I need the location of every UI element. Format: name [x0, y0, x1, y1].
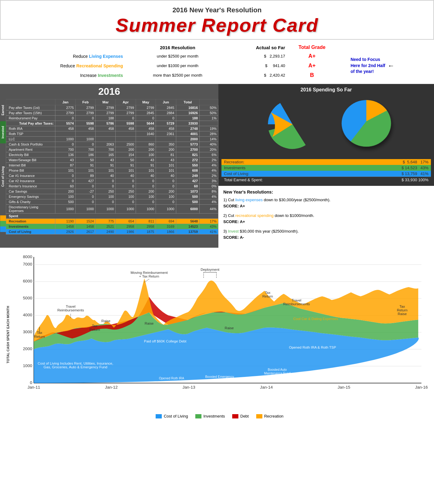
- chart-section: TOTAL CASH SPENT EACH MONTH 0 1000 2000 …: [0, 248, 434, 425]
- svg-text:Return: Return: [34, 335, 45, 338]
- table-row: Discretionary Living Expenses 1000 1000 …: [6, 205, 218, 214]
- cell: 2775: [55, 105, 75, 110]
- col-header-actual: Actual so Far: [229, 43, 289, 51]
- resolutions-title: New Year's Resolutions:: [223, 190, 429, 194]
- svg-text:5000: 5000: [23, 296, 32, 300]
- cat-earned: Earned: [0, 99, 6, 121]
- svg-text:Jan-11: Jan-11: [27, 385, 40, 390]
- annotation-tax-return-2: Tax: [92, 324, 98, 328]
- summary-table: 2016 Resolution Actual so Far Total Grad…: [6, 43, 428, 80]
- cat-spent-col-label: [0, 226, 6, 232]
- resolution-1: 1) Cut living expenses down to $30,000/y…: [223, 197, 429, 209]
- chart-container: TOTAL CASH SPENT EACH MONTH 0 1000 2000 …: [6, 251, 428, 418]
- investments-actual: $ 2,420.42: [229, 70, 289, 80]
- svg-text:Maintenance Fund: Maintenance Fund: [264, 372, 290, 375]
- table-row: Cash & Stock Portfolio 0 0 2063 2500 860…: [6, 142, 218, 147]
- pie-visual-circle: [339, 100, 393, 147]
- legend-inv-color: [195, 414, 201, 418]
- cat-invested: Invested: [0, 121, 6, 143]
- table-row-costliving-spent: Cost of Living 2926 2617 2490 1986 1875 …: [6, 229, 218, 234]
- svg-text:Raise: Raise: [398, 312, 407, 316]
- annotation-tax-return-3: Tax: [265, 291, 270, 294]
- svg-text:Gas, Groceries, Auto & Emergen: Gas, Groceries, Auto & Emergency Fund: [44, 365, 107, 369]
- annotation-tax-return-end: Tax: [400, 305, 405, 308]
- table-row: Car Savings 200 -27 250 250 200 200 1073…: [6, 189, 218, 194]
- recreation-actual: $ 941.40: [229, 61, 289, 70]
- living-resolution: under $2500 per month: [127, 51, 229, 61]
- legend-rec-label: Recreation: [264, 414, 284, 418]
- table-row: Roth TSP 1640 2361 4001 28%: [6, 131, 218, 137]
- page-header: 2016 New Year's Resolution Summer Report…: [0, 0, 434, 40]
- res3-score: SCORE: A-: [223, 235, 244, 240]
- investments-label: Investments: [98, 73, 123, 78]
- col-pct-header: [200, 99, 218, 105]
- focus-note: Need to FocusHere for 2nd Halfof the yea…: [341, 57, 385, 75]
- table-row: LLC 1000 1000 2000 14%: [6, 137, 218, 142]
- res1-colored-word: living expenses: [235, 198, 263, 202]
- recreational-spending-label: Recreational Spending: [76, 63, 123, 68]
- legend-item-debt: Debt: [232, 414, 249, 418]
- svg-text:Jan-13: Jan-13: [182, 385, 195, 390]
- res2-score: SCORE: A+: [223, 219, 245, 224]
- table-header-row: Jan Feb Mar Apr May Jun Total: [6, 99, 218, 105]
- table-row-investments-spent: Investments 1458 1458 2521 2958 2958 316…: [6, 224, 218, 229]
- annotation-roth-tsp: Opened Roth IRA & Roth TSP: [289, 346, 336, 349]
- table-row: Electricity Bill 136 186 165 154 100 81 …: [6, 152, 218, 158]
- col-header-grade: Total Grade: [289, 43, 335, 51]
- summary-section: 2016 Resolution Actual so Far Total Grad…: [0, 40, 434, 84]
- cat-spent-inv-label: [0, 221, 6, 226]
- svg-text:Fund: Fund: [216, 378, 223, 382]
- header-title: Summer Report Card: [1, 14, 433, 36]
- svg-text:Jan-12: Jan-12: [105, 385, 117, 390]
- annotation-raise-1: Raise: [102, 319, 110, 323]
- annotation-boosted-emerg: Boosted Emergency: [205, 375, 234, 378]
- data-section: 2016 Earned Invested Cost of Living: [0, 84, 218, 248]
- chart-svg: 0 1000 2000 3000 4000 5000 6000 7000 800…: [11, 251, 428, 411]
- right-panel: 2016 Spending So Far: [218, 84, 434, 248]
- cat-spent-rec-label: [0, 215, 6, 221]
- svg-text:3000: 3000: [23, 330, 32, 334]
- annotation-deployment: Deployment: [201, 268, 220, 271]
- col-feb-header: Feb: [75, 99, 95, 105]
- cat-spent-label: [0, 210, 6, 215]
- recreation-resolution: under $1000 per month: [127, 61, 229, 70]
- legend-total: Total Earned & Spent: $ 33,930 100%: [221, 177, 431, 183]
- header-subtitle: 2016 New Year's Resolution: [1, 6, 433, 14]
- category-labels: Earned Invested Cost of Living: [0, 99, 6, 234]
- annotation-opened-roth: Opened Roth IRA: [159, 377, 184, 380]
- legend-debt-label: Debt: [240, 414, 249, 418]
- table-row: Renter's Insurance 60 0 0 0 0 0 60 0%: [6, 184, 218, 189]
- col-header-resolution: 2016 Resolution: [127, 43, 229, 51]
- pie-chart-svg: [253, 95, 332, 157]
- table-row: Phone Bill 101 101 101 101 101 101 608 4…: [6, 168, 218, 173]
- annotation-paid-debt: Paid off $60K College Debt: [144, 339, 187, 343]
- legend-item-rec: Recreation: [256, 414, 284, 418]
- res2-colored-word: recreational spending: [235, 213, 273, 218]
- x-axis-labels: Jan-11 Jan-12 Jan-13 Jan-14 Jan-15 Jan-1…: [27, 385, 428, 390]
- svg-text:8000: 8000: [23, 254, 32, 259]
- arrow-icon: ←: [388, 62, 394, 70]
- annotation-raise-3: Raise: [225, 326, 234, 330]
- svg-text:6000: 6000: [23, 279, 32, 283]
- svg-text:0: 0: [30, 380, 32, 385]
- annotation-travel-reimb: Travel: [66, 305, 75, 308]
- legend-col-color: [156, 414, 162, 418]
- legend-debt-color: [232, 414, 238, 418]
- col-mar-header: Mar: [96, 99, 116, 105]
- legend-investments: Investments $ 14,523 43%: [221, 165, 431, 171]
- summary-row-living: Reduce Living Expenses under $2500 per m…: [6, 51, 428, 61]
- legend-costliving: Cost of Living: $ 13,759 41%: [221, 171, 431, 177]
- table-row: Pay after Taxes (1st) 2775 2799 2799 279…: [6, 105, 218, 110]
- annotation-boosted-auto: Boosted Auto: [268, 368, 287, 371]
- annotation-travel-reimb-2: Travel: [292, 298, 301, 302]
- svg-text:Return: Return: [262, 294, 273, 298]
- svg-text:1000: 1000: [23, 363, 32, 368]
- col-jun-header: Jun: [156, 99, 176, 105]
- chart-plot-area: 0 1000 2000 3000 4000 5000 6000 7000 800…: [11, 251, 428, 418]
- svg-text:Reimbursements: Reimbursements: [57, 308, 84, 312]
- chart-legend: Cost of Living Investments Debt Recreati…: [11, 414, 428, 418]
- investments-grade: B: [289, 70, 335, 80]
- pie-legend: Recreation: $ 5,648 17% Investments $ 14…: [221, 159, 431, 183]
- col-jan-header: Jan: [55, 99, 75, 105]
- investments-resolution: more than $2500 per month: [127, 70, 229, 80]
